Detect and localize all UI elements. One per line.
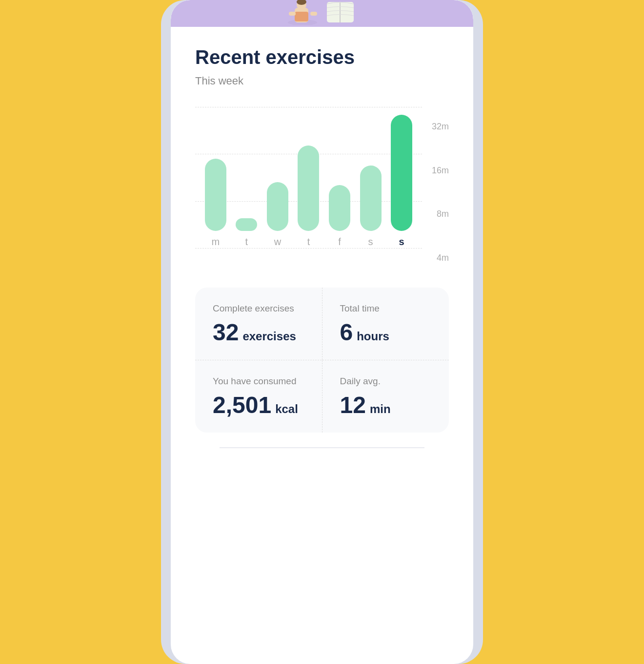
chart-area: m t w xyxy=(195,107,422,263)
section-subtitle: This week xyxy=(195,75,449,87)
bar-label-m: m xyxy=(211,235,220,249)
daily-avg-label: Daily avg. xyxy=(340,376,432,387)
stat-cell-time: Total time 6 hours xyxy=(322,288,449,360)
bar-label-t1: t xyxy=(245,235,248,249)
bar-label-f: f xyxy=(338,235,341,249)
time-number: 6 xyxy=(340,321,353,344)
bar-label-s1: s xyxy=(368,235,373,249)
bar-item-t1: t xyxy=(236,218,257,249)
bottom-divider xyxy=(220,447,424,448)
calories-label: You have consumed xyxy=(213,376,304,387)
bar-item-s1: s xyxy=(360,166,382,249)
bar-item-f: f xyxy=(329,185,350,249)
bar-item-s2: s xyxy=(391,115,412,249)
y-label-4m: 4m xyxy=(437,253,449,263)
section-title: Recent exercises xyxy=(195,46,449,68)
bar-t1 xyxy=(236,218,257,231)
illustration-svg xyxy=(273,0,371,25)
exercises-unit: exercises xyxy=(242,330,296,343)
bar-w xyxy=(267,182,288,231)
daily-avg-number: 12 xyxy=(340,394,366,417)
calories-value-row: 2,501 kcal xyxy=(213,394,304,417)
time-value-row: 6 hours xyxy=(340,321,432,344)
exercises-number: 32 xyxy=(213,321,239,344)
calories-number: 2,501 xyxy=(213,394,271,417)
banner-illustration xyxy=(273,0,371,27)
phone-screen: Recent exercises This week xyxy=(171,0,473,664)
bar-label-s2: s xyxy=(399,235,404,249)
bars-row: m t w xyxy=(195,107,422,249)
y-label-32m: 32m xyxy=(432,122,449,132)
exercises-value-row: 32 exercises xyxy=(213,321,304,344)
svg-rect-4 xyxy=(295,12,308,21)
bar-s2-active xyxy=(391,115,412,231)
daily-avg-value-row: 12 min xyxy=(340,394,432,417)
svg-rect-5 xyxy=(289,12,296,16)
bar-m xyxy=(205,159,226,231)
calories-unit: kcal xyxy=(275,402,298,416)
bar-t2 xyxy=(298,145,319,231)
chart-container: m t w xyxy=(195,107,449,263)
chart-y-axis: 32m 16m 8m 4m xyxy=(422,122,449,263)
bar-label-t2: t xyxy=(307,235,310,249)
bar-item-m: m xyxy=(205,159,226,249)
bar-f xyxy=(329,185,350,231)
stat-cell-calories: You have consumed 2,501 kcal xyxy=(195,360,322,433)
y-label-8m: 8m xyxy=(437,209,449,219)
bar-item-t2: t xyxy=(298,145,319,249)
bar-label-w: w xyxy=(274,235,281,249)
stats-row-1: Complete exercises 32 exercises Total ti… xyxy=(195,288,449,360)
bar-item-w: w xyxy=(267,182,288,249)
phone-frame: Recent exercises This week xyxy=(161,0,483,664)
main-content: Recent exercises This week xyxy=(171,27,473,664)
daily-avg-unit: min xyxy=(370,402,391,416)
time-unit: hours xyxy=(357,330,389,343)
exercises-label: Complete exercises xyxy=(213,303,304,314)
y-label-16m: 16m xyxy=(432,166,449,176)
stats-card: Complete exercises 32 exercises Total ti… xyxy=(195,288,449,433)
stat-cell-exercises: Complete exercises 32 exercises xyxy=(195,288,322,360)
bar-s1 xyxy=(360,166,382,231)
stats-row-2: You have consumed 2,501 kcal Daily avg. … xyxy=(195,360,449,433)
stat-cell-daily-avg: Daily avg. 12 min xyxy=(322,360,449,433)
time-label: Total time xyxy=(340,303,432,314)
top-banner xyxy=(171,0,473,27)
svg-rect-6 xyxy=(310,12,317,16)
